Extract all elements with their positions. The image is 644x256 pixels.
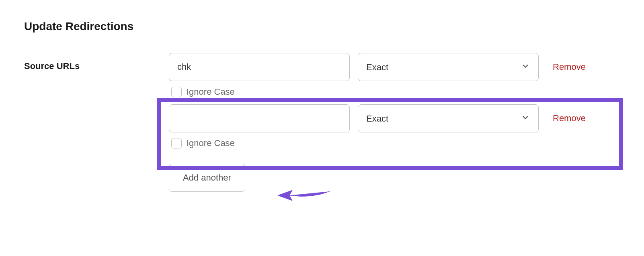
- row-inputs: Exact Remove: [169, 53, 620, 81]
- ignore-case-checkbox[interactable]: [171, 138, 182, 148]
- match-select-wrap: Exact: [358, 104, 539, 132]
- ignore-case-checkbox[interactable]: [171, 87, 182, 97]
- match-select[interactable]: Exact: [358, 53, 539, 81]
- ignore-case-row: Ignore Case: [171, 87, 620, 97]
- remove-link[interactable]: Remove: [553, 62, 586, 72]
- ignore-case-row: Ignore Case: [171, 138, 620, 148]
- rows-column: Exact Remove Ignore Case Exact: [169, 53, 620, 192]
- url-row: Exact Remove Ignore Case: [169, 53, 620, 97]
- source-url-input[interactable]: [169, 104, 350, 132]
- row-inputs: Exact Remove: [169, 104, 620, 132]
- ignore-case-label: Ignore Case: [187, 138, 235, 148]
- add-another-button[interactable]: Add another: [169, 164, 245, 192]
- page-title: Update Redirections: [24, 20, 620, 33]
- remove-link[interactable]: Remove: [553, 113, 586, 124]
- source-urls-label: Source URLs: [24, 53, 169, 71]
- url-row: Exact Remove Ignore Case: [169, 104, 620, 148]
- ignore-case-label: Ignore Case: [187, 87, 235, 97]
- source-urls-section: Source URLs Exact Remove Ignore Case: [24, 53, 620, 192]
- match-select[interactable]: Exact: [358, 104, 539, 132]
- source-url-input[interactable]: [169, 53, 350, 81]
- match-select-wrap: Exact: [358, 53, 539, 81]
- annotation-arrow-icon: [275, 183, 332, 209]
